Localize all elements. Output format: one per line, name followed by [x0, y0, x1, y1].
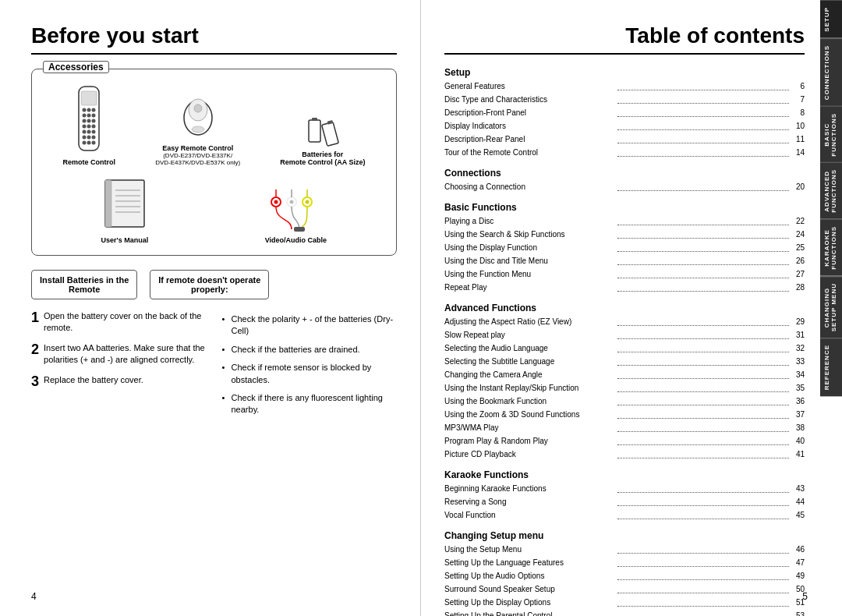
side-tab-basic-functions[interactable]: BASICFUNCTIONS [820, 106, 842, 163]
toc-entry-label: Setting Up the Language Features [444, 557, 616, 570]
side-tab-setup[interactable]: SETUP [820, 0, 842, 38]
toc-entry-label: General Features [444, 80, 616, 94]
toc-entry: Playing a Disc22 [444, 215, 805, 228]
svg-point-42 [290, 200, 294, 204]
right-page-title: Table of contents [444, 23, 805, 55]
svg-point-26 [192, 126, 204, 133]
step-3: 3 Replace the battery cover. [31, 374, 207, 388]
toc-section-title: Karaoke Functions [444, 469, 805, 480]
svg-rect-28 [312, 118, 317, 121]
toc-dots [617, 342, 789, 352]
right-page: Table of contents SetupGeneral Features6… [421, 0, 842, 616]
toc-entry-page: 11 [791, 133, 805, 147]
cable-label: Video/Audio Cable [265, 236, 327, 244]
steps-and-tips: 1 Open the battery cover on the back of … [31, 310, 397, 420]
toc-entry-label: Repeat Play [444, 281, 616, 295]
remote-control-icon [69, 85, 108, 155]
toc-dots [617, 147, 789, 157]
toc-section-title: Changing Setup menu [444, 530, 805, 541]
step-1: 1 Open the battery cover on the back of … [31, 310, 207, 335]
toc-entry-label: Beginning Karaoke Functions [444, 483, 616, 496]
svg-point-12 [87, 125, 91, 129]
left-page-title: Before you start [31, 23, 397, 55]
toc-entry-label: Vocal Function [444, 509, 616, 522]
toc-dots [617, 543, 789, 554]
svg-point-25 [194, 104, 202, 112]
toc-section-connections: ConnectionsChoosing a Connection20 [444, 168, 805, 194]
batteries-item: Batteries forRemote Control (AA Size) [280, 112, 365, 166]
toc-entry-label: Picture CD Playback [444, 448, 616, 462]
toc-dots [617, 133, 789, 143]
toc-entry: Program Play & Random Play40 [444, 435, 805, 448]
toc-entry: Using the Display Function25 [444, 242, 805, 255]
toc-section-title: Basic Functions [444, 202, 805, 213]
toc-entry-label: Setting Up the Display Options [444, 597, 616, 610]
toc-entry-page: 25 [791, 242, 805, 255]
toc-entry-page: 37 [791, 409, 805, 422]
page-number-left: 4 [31, 591, 37, 602]
toc-entry: Surround Sound Speaker Setup50 [444, 583, 805, 597]
toc-entry-page: 7 [791, 94, 805, 107]
svg-rect-47 [294, 227, 305, 232]
toc-dots [617, 316, 789, 326]
toc-entry: Using the Search & Skip Functions24 [444, 228, 805, 242]
user-manual-item: User's Manual [101, 179, 149, 244]
toc-dots [617, 557, 789, 567]
toc-dots [617, 382, 789, 392]
side-tab-changing-setup-menu[interactable]: CHANGINGSETUP MENU [820, 276, 842, 338]
svg-point-17 [83, 136, 87, 140]
toc-entry-label: Setting Up the Audio Options [444, 570, 616, 583]
toc-entry-page: 35 [791, 382, 805, 395]
svg-point-19 [92, 136, 96, 140]
step-2: 2 Insert two AA batteries. Make sure tha… [31, 342, 207, 366]
toc-entry: Description-Front Panel8 [444, 107, 805, 120]
svg-point-13 [92, 125, 96, 129]
remote-control-item: Remote Control [63, 85, 116, 166]
toc-entry: Reserving a Song44 [444, 496, 805, 509]
svg-rect-32 [105, 180, 111, 227]
user-manual-label: User's Manual [101, 236, 149, 244]
toc-entry-label: Display Indicators [444, 120, 616, 133]
toc-entry-label: Disc Type and Characteristics [444, 94, 616, 107]
toc-entry-page: 49 [791, 570, 805, 583]
toc-entry-page: 14 [791, 147, 805, 160]
toc-section-advanced-functions: Advanced FunctionsAdjusting the Aspect R… [444, 303, 805, 462]
toc-entry-label: Reserving a Song [444, 496, 616, 509]
accessories-row-1: Remote Control Easy Remote Control (DVD-… [43, 85, 385, 166]
side-tab-karaoke-functions[interactable]: KARAOKEFUNCTIONS [820, 219, 842, 276]
easy-remote-icon [179, 87, 218, 141]
toc-entry: Adjusting the Aspect Ratio (EZ View)29 [444, 316, 805, 329]
step-3-text: Replace the battery cover. [44, 374, 143, 388]
toc-dots [617, 281, 789, 292]
accessories-box: Accessories [31, 69, 397, 256]
easy-remote-item: Easy Remote Control (DVD-E237/DVD-E337K/… [155, 87, 240, 166]
toc-entry: Using the Function Menu27 [444, 268, 805, 281]
toc-entry-label: Surround Sound Speaker Setup [444, 583, 616, 597]
svg-point-20 [83, 141, 87, 145]
side-tab-advanced-functions[interactable]: ADVANCEDFUNCTIONS [820, 162, 842, 219]
toc-entry-page: 20 [791, 181, 805, 194]
svg-point-10 [92, 119, 96, 123]
toc-entry: Using the Disc and Title Menu26 [444, 255, 805, 268]
batteries-label: Batteries forRemote Control (AA Size) [280, 150, 365, 166]
svg-point-8 [83, 119, 87, 123]
toc-entry-page: 27 [791, 268, 805, 281]
toc-entry-label: Selecting the Audio Language [444, 342, 616, 356]
toc-section-basic-functions: Basic FunctionsPlaying a Disc22Using the… [444, 202, 805, 295]
toc-entry: Setting Up the Audio Options49 [444, 570, 805, 583]
toc-entry: Using the Instant Replay/Skip Function35 [444, 382, 805, 395]
toc-dots [617, 483, 789, 493]
svg-point-14 [83, 130, 87, 134]
toc-dots [617, 509, 789, 519]
svg-rect-27 [309, 120, 320, 142]
toc-entry: MP3/WMA Play38 [444, 422, 805, 435]
step-1-text: Open the battery cover on the back of th… [44, 310, 206, 335]
side-tab-connections[interactable]: CONNECTIONS [820, 38, 842, 106]
svg-point-2 [83, 108, 87, 112]
if-remote-tip-1: Check the polarity + - of the batteries … [222, 310, 398, 341]
svg-point-6 [87, 114, 91, 118]
toc-entry-page: 44 [791, 496, 805, 509]
accessories-label: Accessories [43, 61, 109, 73]
side-tab-reference[interactable]: REFERENCE [820, 338, 842, 396]
step-3-number: 3 [31, 374, 39, 388]
